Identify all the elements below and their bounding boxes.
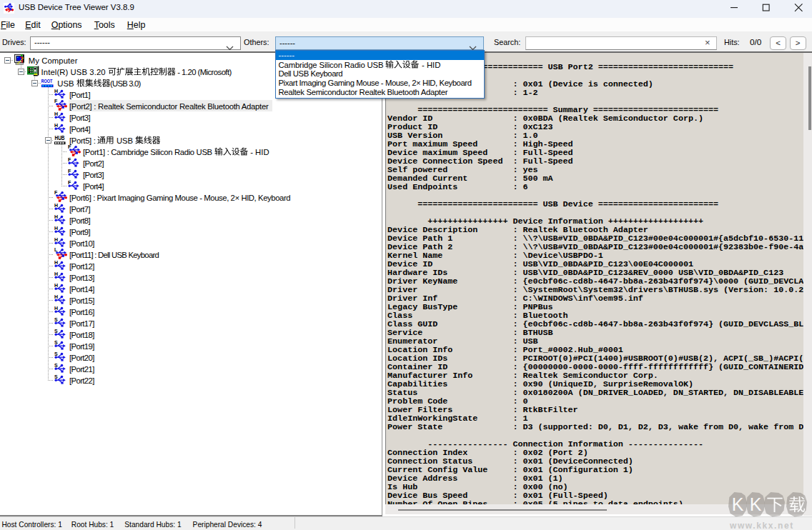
svg-text:H: H (54, 237, 58, 242)
svg-text:S: S (54, 351, 58, 356)
svg-text:H: H (54, 203, 58, 208)
svg-text:H: H (54, 111, 58, 116)
svg-text:H: H (54, 306, 58, 311)
svg-text:H: H (54, 89, 58, 94)
svg-text:H: H (54, 294, 58, 299)
svg-text:HUB: HUB (55, 135, 65, 141)
svg-text:H: H (54, 226, 58, 231)
svg-text:F: F (68, 180, 71, 185)
svg-text:F: F (54, 99, 58, 104)
svg-text:H: H (54, 283, 58, 288)
svg-text:S: S (54, 374, 58, 379)
svg-text:S: S (54, 363, 58, 368)
svg-text:H: H (54, 214, 58, 219)
svg-text:S: S (54, 329, 58, 334)
svg-text:L: L (54, 248, 58, 252)
svg-text:F: F (54, 191, 58, 195)
svg-text:H: H (54, 260, 58, 265)
svg-text:ROOT: ROOT (41, 78, 53, 84)
svg-text:F: F (68, 157, 71, 162)
svg-text:F: F (68, 169, 71, 174)
svg-text:S: S (54, 317, 58, 322)
svg-text:H: H (54, 123, 58, 128)
svg-text:S: S (54, 340, 58, 345)
svg-text:H: H (54, 271, 58, 276)
svg-text:F: F (68, 145, 71, 149)
